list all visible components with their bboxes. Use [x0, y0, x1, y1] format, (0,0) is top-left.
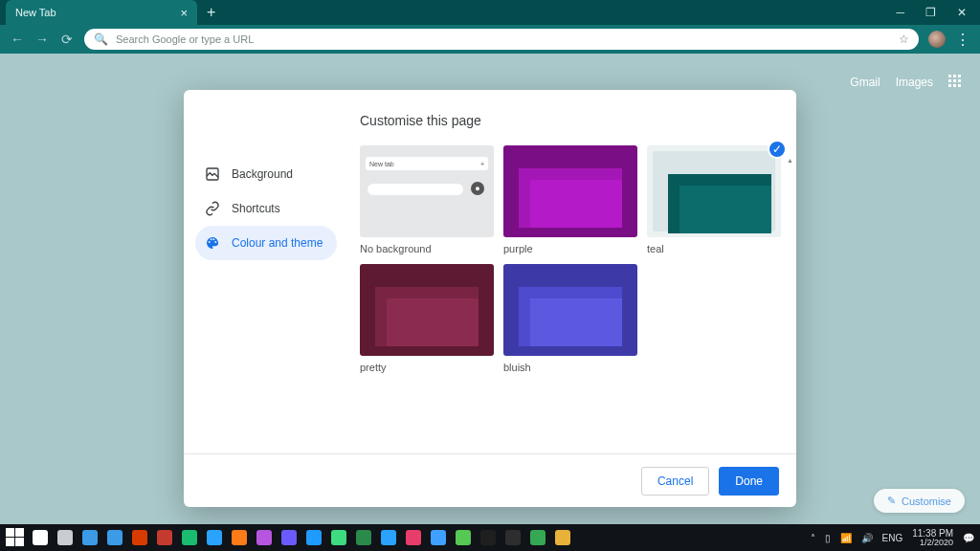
- system-tray: ˄ ▯ 📶 🔊 ENG 11:38 PM 1/2/2020 💬: [811, 529, 974, 547]
- sidebar-item-label: Colour and theme: [232, 236, 323, 250]
- taskbar-app-icon[interactable]: [327, 526, 350, 549]
- link-icon: [205, 201, 220, 216]
- new-tab-button[interactable]: +: [207, 4, 215, 21]
- theme-swatch: [360, 264, 494, 356]
- theme-label: purple: [503, 243, 637, 254]
- theme-label: bluish: [503, 362, 637, 373]
- taskbar-app-icon[interactable]: [352, 526, 375, 549]
- dialog-main: Customise this page New tab+●No backgrou…: [345, 90, 796, 453]
- clock[interactable]: 11:38 PM 1/2/2020: [912, 529, 953, 547]
- theme-label: teal: [647, 243, 781, 254]
- close-window-icon[interactable]: ✕: [957, 6, 967, 19]
- taskbar-app-icon[interactable]: [54, 526, 77, 549]
- theme-card[interactable]: purple: [503, 145, 637, 254]
- done-button[interactable]: Done: [719, 467, 779, 496]
- customise-pill[interactable]: ✎ Customise: [874, 489, 965, 513]
- customise-dialog: Background Shortcuts Colour and theme Cu…: [184, 90, 796, 507]
- taskbar-app-icon[interactable]: [78, 526, 101, 549]
- sidebar-item-label: Shortcuts: [232, 202, 280, 215]
- clock-time: 11:38 PM: [912, 529, 953, 539]
- palette-icon: [205, 235, 220, 251]
- minimize-icon[interactable]: ─: [896, 6, 904, 19]
- close-tab-icon[interactable]: ×: [180, 6, 188, 20]
- dialog-title: Customise this page: [360, 113, 781, 128]
- ntp-header-links: Gmail Images: [833, 55, 980, 108]
- tab-title: New Tab: [15, 7, 56, 18]
- reload-button[interactable]: ⟳: [59, 32, 75, 47]
- taskbar-app-icon[interactable]: [402, 526, 425, 549]
- sidebar-item-label: Background: [232, 167, 293, 181]
- mini-tabstrip: New tab+: [366, 157, 488, 170]
- taskbar-app-icon[interactable]: [228, 526, 251, 549]
- taskbar-app-icon[interactable]: [29, 526, 52, 549]
- windows-taskbar: ˄ ▯ 📶 🔊 ENG 11:38 PM 1/2/2020 💬: [0, 524, 980, 551]
- profile-avatar[interactable]: [928, 31, 946, 48]
- taskbar-app-icon[interactable]: [377, 526, 400, 549]
- theme-card[interactable]: pretty: [360, 264, 494, 373]
- gmail-link[interactable]: Gmail: [850, 76, 880, 89]
- theme-grid: New tab+●No backgroundpurple✓tealprettyb…: [360, 145, 781, 373]
- mini-urlbar: [368, 184, 463, 195]
- search-icon: 🔍: [94, 33, 108, 46]
- scroll-up-icon[interactable]: [787, 149, 792, 159]
- clock-date: 1/2/2020: [912, 539, 953, 547]
- taskbar-app-icon[interactable]: [103, 526, 126, 549]
- taskbar-app-icon[interactable]: [178, 526, 201, 549]
- browser-menu-icon[interactable]: ⋮: [955, 31, 970, 49]
- theme-swatch: [503, 264, 637, 356]
- taskbar-app-icon[interactable]: [253, 526, 276, 549]
- forward-button[interactable]: →: [34, 32, 50, 47]
- taskbar-app-icon[interactable]: [278, 526, 301, 549]
- mini-account-icon: ●: [471, 182, 484, 195]
- back-button[interactable]: ←: [10, 32, 25, 47]
- sidebar-item-shortcuts[interactable]: Shortcuts: [195, 191, 337, 226]
- selected-check-icon: ✓: [768, 140, 787, 159]
- theme-swatch: ✓: [647, 145, 781, 237]
- dialog-footer: Cancel Done: [184, 453, 796, 507]
- taskbar-app-icon[interactable]: [153, 526, 176, 549]
- image-icon: [205, 166, 220, 182]
- browser-toolbar: ← → ⟳ 🔍 Search Google or type a URL ☆ ⋮: [0, 25, 980, 54]
- taskbar-app-icon[interactable]: [427, 526, 450, 549]
- theme-swatch: [503, 145, 637, 237]
- theme-card[interactable]: New tab+●No background: [360, 145, 494, 254]
- start-button[interactable]: [6, 528, 25, 547]
- theme-label: pretty: [360, 362, 494, 373]
- sidebar-item-colour-theme[interactable]: Colour and theme: [195, 226, 337, 260]
- taskbar-app-icon[interactable]: [128, 526, 151, 549]
- taskbar-app-icon[interactable]: [203, 526, 226, 549]
- wifi-icon[interactable]: 📶: [840, 533, 852, 543]
- browser-tab[interactable]: New Tab ×: [6, 0, 197, 25]
- sidebar-item-background[interactable]: Background: [195, 157, 337, 191]
- theme-swatch: New tab+●: [360, 145, 494, 237]
- taskbar-app-icon[interactable]: [452, 526, 475, 549]
- taskbar-app-icon[interactable]: [501, 526, 524, 549]
- tray-chevron-icon[interactable]: ˄: [811, 533, 815, 543]
- taskbar-app-icon[interactable]: [302, 526, 325, 549]
- volume-icon[interactable]: 🔊: [861, 533, 873, 543]
- bookmark-star-icon[interactable]: ☆: [899, 33, 909, 46]
- notifications-icon[interactable]: 💬: [963, 533, 974, 543]
- taskbar-app-icon[interactable]: [477, 526, 500, 549]
- apps-grid-icon[interactable]: [948, 75, 963, 89]
- language-indicator[interactable]: ENG: [882, 533, 903, 543]
- cancel-button[interactable]: Cancel: [641, 467, 709, 496]
- battery-icon[interactable]: ▯: [825, 533, 831, 543]
- omnibox[interactable]: 🔍 Search Google or type a URL ☆: [84, 29, 919, 50]
- customise-pill-label: Customise: [902, 496, 951, 507]
- taskbar-app-icon[interactable]: [551, 526, 574, 549]
- dialog-sidebar: Background Shortcuts Colour and theme: [184, 90, 345, 453]
- window-titlebar: New Tab × + ─ ❐ ✕: [0, 0, 980, 25]
- images-link[interactable]: Images: [896, 76, 933, 89]
- maximize-icon[interactable]: ❐: [925, 6, 936, 19]
- theme-label: No background: [360, 243, 494, 254]
- theme-card[interactable]: ✓teal: [647, 145, 781, 254]
- taskbar-app-icon[interactable]: [526, 526, 549, 549]
- theme-card[interactable]: bluish: [503, 264, 637, 373]
- omnibox-placeholder: Search Google or type a URL: [116, 33, 891, 45]
- pencil-icon: ✎: [887, 495, 896, 507]
- window-controls: ─ ❐ ✕: [896, 0, 980, 25]
